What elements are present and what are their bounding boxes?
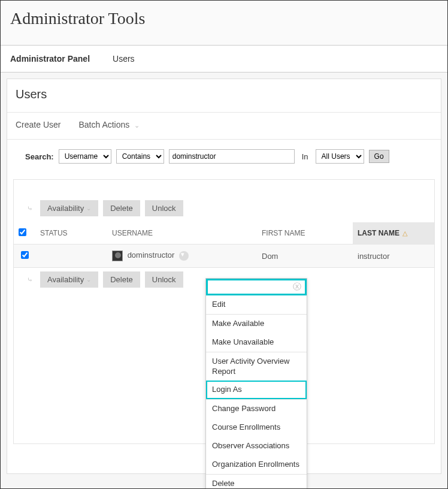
col-status[interactable]: STATUS [35,222,107,244]
search-in-label: In [302,152,308,161]
avatar [112,250,123,261]
selection-arrow-icon: ⤷ [27,276,33,284]
table-row: dominstructor Dom instructor [14,244,434,268]
context-menu-item[interactable]: Change Password [206,400,307,418]
username-cell[interactable]: dominstructor [128,250,175,259]
chevron-down-icon: ⌄ [86,276,91,283]
context-menu-item[interactable]: Course Enrollments [206,418,307,437]
breadcrumb-root[interactable]: Administrator Panel [10,54,90,64]
delete-button[interactable]: Delete [103,271,140,288]
context-menu-item[interactable]: Make Unavailable [206,333,307,352]
availability-button[interactable]: Availability⌄ [40,271,98,288]
users-table: STATUS USERNAME FIRST NAME LAST NAME △ [14,222,434,268]
page-title: Administrator Tools [10,9,438,28]
context-menu-item[interactable]: Make Available [206,315,307,333]
row-context-menu: ⓧ EditMake AvailableMake UnavailableUser… [205,278,307,489]
sort-ascending-icon: △ [402,230,407,237]
chevron-down-icon: ⌄ [134,122,140,129]
unlock-button[interactable]: Unlock [145,200,183,216]
row-checkbox[interactable] [21,251,29,259]
clear-icon[interactable]: ⓧ [293,282,301,292]
context-menu-item[interactable]: Edit [206,295,307,314]
search-field-select[interactable]: Username [59,149,111,164]
firstname-cell: Dom [257,244,353,268]
selection-arrow-icon: ⤷ [27,204,33,213]
batch-actions-menu[interactable]: Batch Actions ⌄ [78,120,140,129]
context-menu-item[interactable]: Delete [206,475,307,489]
context-menu-item[interactable]: User Activity Overview Report [206,352,307,381]
lastname-cell: instructor [353,244,434,268]
search-bar: Search: Username Contains In All Users G… [7,140,441,173]
results-table-area: ⤷ Availability⌄ Delete Unlock STATUS USE… [13,179,435,444]
delete-button[interactable]: Delete [103,200,140,216]
context-menu-item[interactable]: Organization Enrollments [206,455,307,474]
search-term-input[interactable] [169,149,295,164]
breadcrumb: Administrator Panel Users [1,46,447,73]
search-go-button[interactable]: Go [369,150,389,163]
col-username[interactable]: USERNAME [107,222,257,244]
context-menu-item[interactable]: Login As [206,381,307,399]
context-menu-item[interactable]: Observer Associations [206,437,307,455]
search-scope-select[interactable]: All Users [316,149,364,164]
search-operator-select[interactable]: Contains [116,149,164,164]
chevron-down-icon: ⌄ [86,205,91,212]
search-label: Search: [25,152,54,161]
col-firstname[interactable]: FIRST NAME [257,222,353,244]
breadcrumb-page[interactable]: Users [113,54,135,64]
col-lastname[interactable]: LAST NAME △ [353,222,434,244]
section-title: Users [7,79,441,113]
context-menu-search[interactable]: ⓧ [206,279,307,295]
row-actions-menu-trigger[interactable] [179,251,189,261]
unlock-button[interactable]: Unlock [145,271,183,288]
bulk-actions-top: ⤷ Availability⌄ Delete Unlock [14,198,434,222]
select-all-checkbox[interactable] [19,228,26,236]
create-user-link[interactable]: Create User [16,120,60,129]
availability-button[interactable]: Availability⌄ [40,200,98,216]
